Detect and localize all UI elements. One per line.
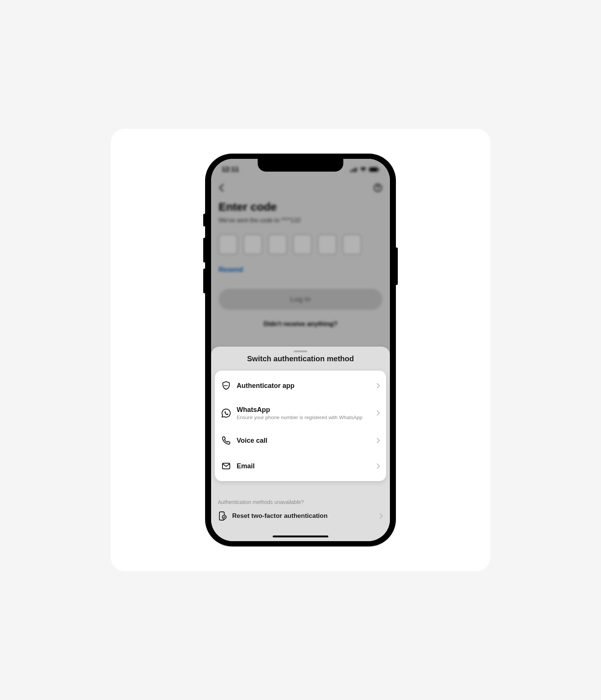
method-authenticator-app[interactable]: Authenticator app (215, 373, 386, 398)
phone-icon (221, 435, 231, 446)
method-label: WhatsApp (237, 406, 371, 414)
chevron-right-icon (376, 438, 380, 444)
method-label: Email (237, 462, 371, 470)
sheet-title: Switch authentication method (211, 355, 390, 363)
method-email[interactable]: Email (215, 453, 386, 479)
phone-frame: 12:11 (205, 154, 396, 546)
reset-2fa-label: Reset two-factor authentication (232, 512, 374, 520)
method-whatsapp[interactable]: WhatsApp Ensure your phone number is reg… (215, 398, 386, 428)
method-sublabel: Ensure your phone number is registered w… (237, 415, 371, 420)
method-voice-call[interactable]: Voice call (215, 428, 386, 453)
chevron-right-icon (376, 463, 380, 469)
shield-icon (221, 380, 231, 391)
sheet-handle[interactable] (294, 350, 307, 352)
email-icon (221, 461, 231, 471)
unavailable-label: Authentication methods unavailable? (218, 499, 383, 505)
method-label: Authenticator app (237, 382, 371, 390)
notch (258, 159, 343, 172)
home-indicator[interactable] (273, 536, 328, 537)
auth-method-card: Authenticator app WhatsApp (215, 371, 386, 481)
auth-method-sheet: Switch authentication method Authenticat… (211, 347, 390, 541)
chevron-right-icon (376, 383, 380, 389)
method-label: Voice call (237, 437, 371, 445)
chevron-right-icon (379, 513, 383, 519)
whatsapp-icon (221, 408, 231, 418)
reset-2fa-icon (218, 511, 227, 521)
reset-2fa-row[interactable]: Reset two-factor authentication (211, 507, 390, 521)
chevron-right-icon (376, 410, 380, 416)
